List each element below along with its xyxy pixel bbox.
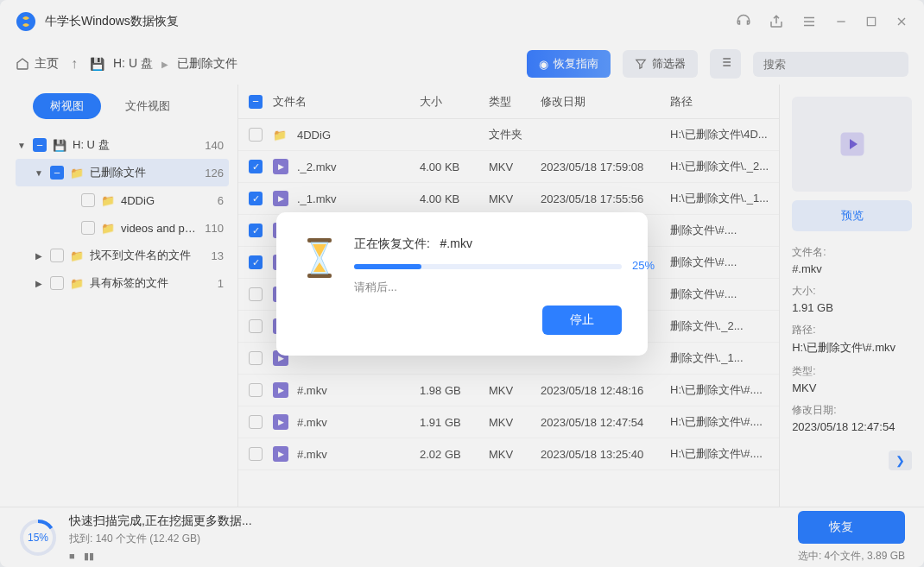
recovery-progress-dialog: 正在恢复文件: #.mkv 25% 请稍后... 停止 <box>276 212 648 356</box>
svg-rect-7 <box>307 274 332 278</box>
dialog-progress-pct: 25% <box>632 259 655 272</box>
dialog-filename: #.mkv <box>440 236 472 250</box>
dialog-stop-button[interactable]: 停止 <box>542 306 622 335</box>
svg-rect-6 <box>307 238 332 243</box>
dialog-wait-text: 请稍后... <box>354 280 622 295</box>
hourglass-icon <box>302 236 337 280</box>
dialog-progress-bar: 25% <box>354 264 622 269</box>
dialog-title-prefix: 正在恢复文件: <box>354 236 430 250</box>
modal-overlay: 正在恢复文件: #.mkv 25% 请稍后... 停止 <box>0 0 924 567</box>
dialog-title: 正在恢复文件: #.mkv <box>354 236 622 252</box>
